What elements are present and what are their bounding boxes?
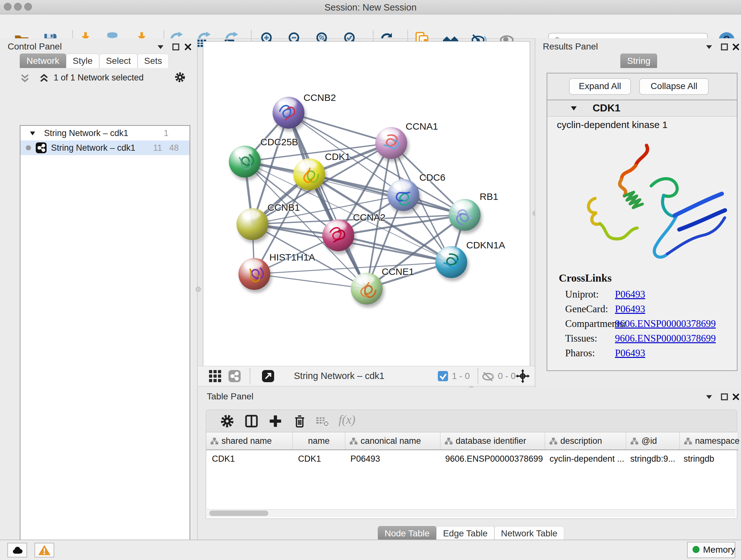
- delete-table-icon[interactable]: [315, 414, 330, 429]
- warning-status-button[interactable]: [35, 543, 54, 557]
- show-columns-icon[interactable]: [244, 414, 259, 429]
- tab-node-table[interactable]: Node Table: [378, 526, 436, 541]
- network-collection-row[interactable]: String Network – cdk1 1: [20, 126, 190, 140]
- results-panel-collapse-button[interactable]: [705, 43, 713, 51]
- control-panel-collapse-button[interactable]: [156, 43, 165, 51]
- horizontal-scrollbar[interactable]: [207, 509, 736, 517]
- viewbar-separator: [250, 368, 251, 384]
- memory-label: Memory: [703, 545, 735, 555]
- network-view-toolbar: String Network – cdk1 1 - 0 0 - 0: [198, 366, 535, 386]
- create-column-plus-icon[interactable]: [268, 414, 283, 429]
- node-CCNA1[interactable]: [375, 127, 407, 159]
- control-panel-float-button[interactable]: [172, 43, 180, 51]
- results-panel-float-button[interactable]: [720, 43, 729, 51]
- selected-checkbox-icon[interactable]: [438, 371, 448, 381]
- table-cell[interactable]: 9606.ENSP00000378699: [440, 450, 544, 468]
- tab-network[interactable]: Network: [20, 54, 66, 68]
- node-label-CDK1: CDK1: [325, 151, 350, 162]
- crosslink-value-link[interactable]: 9606.ENSP00000378699: [615, 333, 716, 344]
- column-header-label: namespace: [695, 436, 740, 446]
- gene-name: CDK1: [593, 102, 620, 114]
- node-CCNB1[interactable]: [237, 208, 268, 240]
- network-edge-count: 48: [169, 143, 179, 153]
- cloud-status-button[interactable]: [7, 543, 27, 557]
- node-label-CDC25B: CDC25B: [260, 137, 298, 147]
- table-cell-value: P06493: [345, 454, 380, 464]
- node-CCNE1[interactable]: [351, 273, 383, 305]
- column-header-name[interactable]: name: [293, 432, 345, 449]
- table-cell[interactable]: P06493: [345, 450, 440, 468]
- column-header--id[interactable]: @id: [626, 432, 680, 449]
- tab-style[interactable]: Style: [66, 54, 99, 68]
- network-row-selected[interactable]: String Network – cdk1 11 48: [20, 140, 190, 155]
- table-panel-float-button[interactable]: [720, 393, 729, 401]
- column-header-database-identifier[interactable]: database identifier: [441, 432, 545, 449]
- network-canvas[interactable]: CCNB2CCNA1CDC25BCDK1CDC6RB1CCNB1CCNA2CDK…: [203, 41, 530, 366]
- table-cell[interactable]: CDK1: [206, 450, 292, 468]
- function-builder-icon[interactable]: f(x): [339, 413, 355, 427]
- scrollbar-thumb[interactable]: [209, 510, 268, 516]
- memory-button[interactable]: Memory: [687, 542, 735, 558]
- gene-section-header[interactable]: CDK1: [547, 100, 737, 117]
- birds-eye-crosshair-icon[interactable]: [516, 369, 530, 383]
- delete-column-trash-icon[interactable]: [292, 414, 307, 429]
- protein-ribbon-icon: [440, 252, 462, 274]
- tab-string[interactable]: String: [620, 54, 657, 68]
- control-panel-tabs: NetworkStyleSelectSets: [20, 54, 169, 68]
- gene-expander-icon[interactable]: [570, 106, 577, 111]
- node-label-HIST1H1A: HIST1H1A: [269, 252, 315, 263]
- tab-select[interactable]: Select: [99, 54, 138, 68]
- tab-edge-table[interactable]: Edge Table: [436, 526, 494, 541]
- left-splitter-handle[interactable]: [196, 287, 201, 292]
- view-network-title: String Network – cdk1: [294, 371, 385, 381]
- tab-sets[interactable]: Sets: [138, 54, 169, 68]
- grid-view-icon[interactable]: [209, 370, 221, 382]
- crosslink-value-link[interactable]: P06493: [615, 348, 645, 359]
- hidden-elements-eye-icon[interactable]: [482, 371, 494, 381]
- node-CDKN1A[interactable]: [435, 246, 467, 278]
- table-cell[interactable]: CDK1: [292, 450, 345, 468]
- network-type-icon: [36, 142, 47, 153]
- window-title: Session: New Session: [0, 2, 741, 13]
- table-cell[interactable]: stringdb: [678, 450, 736, 468]
- collapse-all-button[interactable]: Collapse All: [639, 78, 709, 95]
- table-cell[interactable]: cyclin-dependent ...: [544, 450, 624, 468]
- node-CCNA2[interactable]: [322, 219, 354, 251]
- column-header-namespace[interactable]: namespace: [680, 432, 738, 449]
- node-CDK1[interactable]: [293, 159, 325, 190]
- crosslink-value-link[interactable]: P06493: [615, 289, 645, 300]
- node-label-CCNA1: CCNA1: [406, 121, 438, 132]
- control-panel-close-button[interactable]: [184, 43, 192, 51]
- crosslink-value-link[interactable]: P06493: [615, 303, 645, 315]
- hidden-count-badge: 0 - 0: [498, 371, 516, 381]
- column-header-shared-name[interactable]: shared name: [206, 432, 293, 449]
- table-options-gear-icon[interactable]: [219, 414, 235, 429]
- expand-all-button[interactable]: Expand All: [569, 78, 631, 95]
- crosslink-value-link[interactable]: 9606.ENSP00000378699: [615, 318, 716, 329]
- node-CCNB2[interactable]: [273, 97, 305, 129]
- detach-view-icon[interactable]: [262, 370, 274, 382]
- column-header-canonical-name[interactable]: canonical name: [345, 432, 441, 449]
- crosslink-row: GeneCard:P06493: [547, 303, 737, 318]
- collection-label: String Network – cdk1: [44, 128, 128, 138]
- network-options-gear-icon[interactable]: [174, 71, 186, 83]
- table-panel-collapse-button[interactable]: [705, 393, 713, 401]
- column-header-description[interactable]: description: [545, 432, 626, 449]
- main-toolbar: ?: [0, 14, 741, 39]
- node-RB1[interactable]: [449, 199, 481, 231]
- application-window: Session: New Session: [0, 0, 741, 560]
- edge-CCNE1-HIST1H1A[interactable]: [254, 274, 367, 289]
- table-row[interactable]: CDK1CDK1P064939606.ENSP00000378699cyclin…: [206, 450, 736, 468]
- table-cell[interactable]: stringdb:9...: [624, 450, 678, 468]
- collection-expander-icon[interactable]: [29, 131, 36, 136]
- selected-count-badge: 1 - 0: [452, 371, 470, 381]
- node-HIST1H1A[interactable]: [239, 258, 270, 290]
- network-view-share-icon[interactable]: [228, 370, 241, 382]
- table-panel-close-button[interactable]: [732, 393, 740, 401]
- results-panel-close-button[interactable]: [732, 43, 740, 51]
- status-bar: Memory: [0, 540, 741, 560]
- node-CDC25B[interactable]: [229, 145, 261, 178]
- node-CDC6[interactable]: [387, 179, 419, 211]
- table-toolbar: f(x): [206, 410, 737, 433]
- tab-network-table[interactable]: Network Table: [494, 526, 564, 541]
